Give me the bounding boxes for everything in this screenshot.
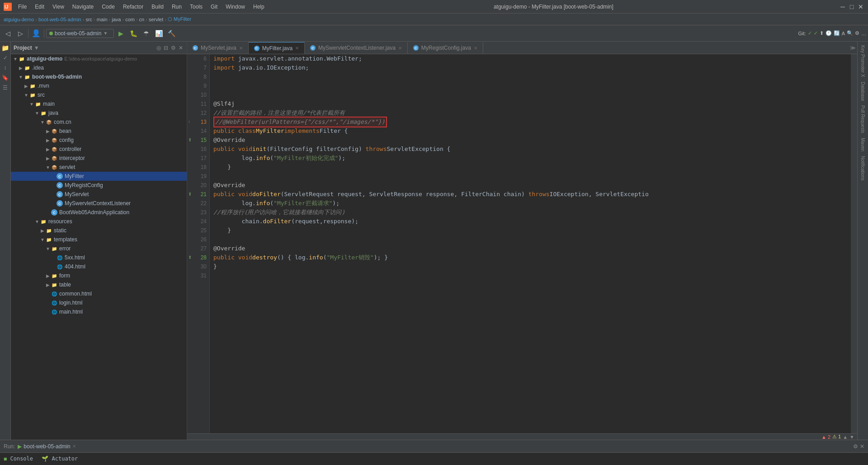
collapse-all-button[interactable]: ⊟	[163, 44, 169, 52]
tree-config[interactable]: ▶ 📦 config	[11, 136, 187, 145]
maximize-button[interactable]: □	[848, 3, 855, 10]
git-pull[interactable]: 🕐	[826, 30, 832, 36]
close-button[interactable]: ✕	[857, 3, 864, 10]
database-button[interactable]: Database	[860, 80, 865, 103]
tree-mvn[interactable]: ▶ 📁 .mvn	[11, 81, 187, 90]
tree-servlet[interactable]: ▼ 📦 servlet	[11, 163, 187, 172]
run-button[interactable]: ▶	[115, 28, 127, 39]
notifications-button[interactable]: Notifications	[860, 154, 865, 182]
commit-icon[interactable]: ✓	[1, 53, 10, 62]
git-fetch[interactable]: 🔄	[834, 30, 840, 36]
user-icon[interactable]: 👤	[30, 28, 42, 39]
run-panel-settings[interactable]: ⚙	[853, 443, 858, 450]
tree-src[interactable]: ▼ 📁 src	[11, 90, 187, 99]
maven-button[interactable]: Maven	[860, 136, 865, 153]
options-button[interactable]: ⚙	[170, 44, 177, 52]
scroll-up-button[interactable]: ▲	[843, 434, 848, 440]
tree-boot-web[interactable]: ▼ 📁 boot-web-05-admin	[11, 72, 187, 81]
debug-button[interactable]: 🐛	[127, 28, 139, 39]
git-push[interactable]: ⬆	[820, 30, 824, 36]
search-btn[interactable]: 🔍	[847, 30, 853, 36]
menu-code[interactable]: Code	[98, 3, 118, 11]
tree-templates[interactable]: ▼ 📁 templates	[11, 235, 187, 244]
project-icon[interactable]: 📁	[1, 43, 10, 52]
tree-myswervletcontextlistener[interactable]: C MySwervletContextListener	[11, 199, 187, 208]
menu-build[interactable]: Build	[148, 3, 167, 11]
coverage-button[interactable]: ☂	[140, 28, 152, 39]
breadcrumb-module[interactable]: boot-web-05-admin	[38, 17, 81, 22]
menu-run[interactable]: Run	[168, 3, 185, 11]
menu-help[interactable]: Help	[250, 3, 268, 11]
actuator-tab-btn[interactable]: 🌱 Actuator	[42, 456, 78, 462]
tab-myfilter[interactable]: C MyFilter.java ✕	[249, 42, 305, 54]
bookmarks-icon[interactable]: 🔖	[1, 73, 10, 82]
tab-myfilter-close[interactable]: ✕	[295, 46, 299, 51]
tree-form[interactable]: ▶ 📁 form	[11, 271, 187, 280]
more-btn[interactable]: …	[861, 31, 866, 36]
key-promoter-x-button[interactable]: Key Promoter X	[860, 43, 865, 79]
build-button[interactable]: 🔨	[165, 28, 177, 39]
minimize-button[interactable]: ─	[839, 3, 846, 10]
menu-window[interactable]: Window	[222, 3, 249, 11]
tree-interceptor[interactable]: ▶ 📦 interceptor	[11, 154, 187, 163]
menu-git[interactable]: Git	[207, 3, 221, 11]
tree-error[interactable]: ▼ 📁 error	[11, 244, 187, 253]
forward-button[interactable]: ▷	[14, 28, 26, 39]
tab-myregistconfig-close[interactable]: ✕	[474, 46, 477, 51]
run-panel-close[interactable]: ✕	[860, 443, 864, 450]
tab-myservlet-close[interactable]: ✕	[239, 46, 243, 51]
tree-static[interactable]: ▶ 📁 static	[11, 226, 187, 235]
pull-requests-icon[interactable]: ↕	[1, 63, 10, 72]
menu-navigate[interactable]: Navigate	[69, 3, 97, 11]
tree-bean[interactable]: ▶ 📦 bean	[11, 127, 187, 136]
tree-myregistconfig[interactable]: C MyRegistConfig	[11, 181, 187, 190]
tree-myservlet[interactable]: C MyServlet	[11, 190, 187, 199]
back-button[interactable]: ◁	[2, 28, 14, 39]
tab-myswervlet[interactable]: C MySwervletContextListener.java ✕	[305, 42, 408, 54]
git-checkmark2[interactable]: ✓	[814, 30, 818, 36]
console-tab-btn[interactable]: ◼ Console	[4, 456, 36, 462]
tab-myregistconfig[interactable]: C MyRegistConfig.java ✕	[408, 42, 483, 54]
tree-bootweb05adminapp[interactable]: C BootWeb05AdminApplication	[11, 208, 187, 217]
tree-idea[interactable]: ▶ 📁 .idea	[11, 63, 187, 72]
project-panel-chevron[interactable]: ▼	[34, 45, 39, 51]
tree-common[interactable]: 🌐 common.html	[11, 289, 187, 298]
tree-404[interactable]: 🌐 404.html	[11, 262, 187, 271]
structure-icon[interactable]: ☰	[1, 83, 10, 92]
pull-requests-right-button[interactable]: Pull Requests	[860, 103, 865, 135]
locate-file-button[interactable]: ◎	[156, 44, 162, 52]
tree-login[interactable]: 🌐 login.html	[11, 298, 187, 307]
right-scroll-gutter[interactable]	[851, 54, 857, 433]
tree-myfilter[interactable]: C MyFilter	[11, 172, 187, 181]
breadcrumb-project[interactable]: atguigu-demo	[4, 17, 34, 22]
menu-tools[interactable]: Tools	[186, 3, 206, 11]
tree-table[interactable]: ▶ 📁 table	[11, 280, 187, 289]
profile-button[interactable]: 📊	[153, 28, 165, 39]
git-translate[interactable]: A	[842, 31, 845, 36]
tree-5xx[interactable]: 🌐 5xx.html	[11, 253, 187, 262]
run-tab-close[interactable]: ✕	[72, 444, 76, 449]
scroll-down-button[interactable]: ▼	[849, 434, 854, 440]
run-config-tab[interactable]: ▶ boot-web-05-admin ✕	[18, 443, 75, 450]
code-editor[interactable]: import javax.servlet.annotation.WebFilte…	[210, 54, 851, 433]
error-badge[interactable]: ▲ 2	[821, 434, 830, 440]
tree-comcn[interactable]: ▼ 📦 com.cn	[11, 117, 187, 127]
git-checkmark1[interactable]: ✓	[808, 30, 812, 36]
settings-btn[interactable]: ⚙	[855, 30, 859, 36]
tab-myservlet[interactable]: C MyServlet.java ✕	[187, 42, 249, 54]
tab-myswervlet-close[interactable]: ✕	[398, 46, 402, 51]
menu-file[interactable]: File	[14, 3, 30, 11]
tree-root[interactable]: ▼ 📁 atguigu-demo E:\idea-workspace\atgui…	[11, 54, 187, 63]
tree-java[interactable]: ▼ 📁 java	[11, 108, 187, 117]
run-config-selector[interactable]: boot-web-05-admin ▼	[46, 29, 114, 38]
tree-main[interactable]: ▼ 📁 main	[11, 99, 187, 108]
menu-refactor[interactable]: Refactor	[119, 3, 147, 11]
menu-view[interactable]: View	[49, 3, 68, 11]
warning-badge[interactable]: ⚠ 1	[832, 434, 841, 440]
menu-edit[interactable]: Edit	[31, 3, 48, 11]
tree-main-html[interactable]: 🌐 main.html	[11, 307, 187, 316]
tab-more-button[interactable]: ≫	[848, 42, 857, 54]
breadcrumb-file[interactable]: ⬡ MyFilter	[168, 16, 191, 22]
tree-resources[interactable]: ▼ 📁 resources	[11, 217, 187, 226]
hide-panel-button[interactable]: ✕	[178, 44, 184, 52]
